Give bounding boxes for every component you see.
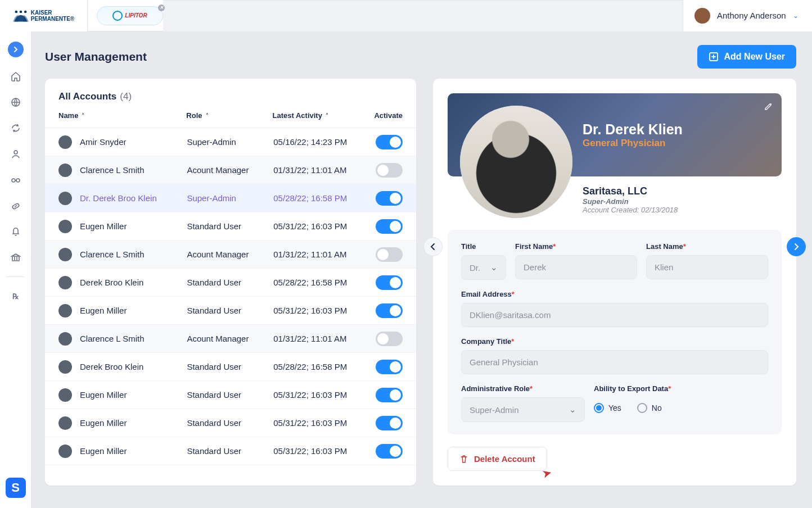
created-label: Account Created: 02/13/2018 xyxy=(583,206,782,214)
delete-label: Delete Account xyxy=(474,454,535,464)
table-row[interactable]: Amir SnyderSuper-Admin05/16/22; 14:23 PM xyxy=(45,128,416,156)
table-row[interactable]: Derek Broo KleinStandard User05/28/22; 1… xyxy=(45,269,416,297)
cell-name: Eugen Miller xyxy=(58,220,187,233)
cell-activity: 05/31/22; 16:03 PM xyxy=(273,446,376,456)
bell-icon[interactable] xyxy=(9,225,22,238)
activate-toggle[interactable] xyxy=(376,332,403,346)
cell-activity: 05/31/22; 16:03 PM xyxy=(273,418,376,428)
cell-name: Eugen Miller xyxy=(58,416,187,430)
cell-name: Clarence L Smith xyxy=(58,332,187,346)
activate-toggle[interactable] xyxy=(376,303,403,318)
accounts-table: All Accounts(4) Name˄ Role˄ Latest Activ… xyxy=(45,79,416,486)
svg-point-2 xyxy=(24,10,27,13)
table-row[interactable]: Eugen MillerStandard User05/31/22; 16:03… xyxy=(45,381,416,409)
cell-role: Standard User xyxy=(187,306,273,315)
cell-toggle xyxy=(376,219,403,234)
bank-icon[interactable] xyxy=(9,251,22,264)
table-row[interactable]: Eugen MillerStandard User05/31/22; 16:03… xyxy=(45,212,416,241)
profile-form: Title Dr. ⌄ First Name* Derek Last Name* xyxy=(448,230,782,434)
home-icon[interactable] xyxy=(9,70,22,83)
sync-icon[interactable] xyxy=(9,121,22,135)
row-avatar xyxy=(58,135,72,149)
col-role[interactable]: Role˄ xyxy=(186,111,272,120)
table-row[interactable]: Dr. Derek Broo KleinSuper-Admin05/28/22;… xyxy=(45,184,416,212)
title-select[interactable]: Dr. ⌄ xyxy=(461,255,506,280)
activate-toggle[interactable] xyxy=(376,191,403,206)
user-detail-card: Dr. Derek Klien General Physician Sarita… xyxy=(433,79,796,486)
export-no-radio[interactable]: No xyxy=(637,403,662,413)
activate-toggle[interactable] xyxy=(376,388,403,402)
activate-toggle[interactable] xyxy=(376,135,403,149)
globe-icon[interactable] xyxy=(9,96,22,109)
company-name: Saritasa, LLC xyxy=(583,185,782,197)
activate-toggle[interactable] xyxy=(376,416,403,430)
col-name[interactable]: Name˄ xyxy=(58,111,186,120)
lipitor-badge[interactable]: LIPITOR ✕ xyxy=(97,6,163,25)
sidebar-toggle[interactable] xyxy=(8,42,24,57)
row-avatar xyxy=(58,164,72,177)
activate-toggle[interactable] xyxy=(376,444,403,459)
activate-toggle[interactable] xyxy=(376,275,403,290)
brand-logo[interactable]: KAISERPERMANENTE® xyxy=(0,0,88,31)
plus-icon xyxy=(709,52,719,62)
prev-button[interactable] xyxy=(423,237,443,256)
export-yes-radio[interactable]: Yes xyxy=(594,403,621,413)
cell-role: Standard User xyxy=(187,446,273,456)
cell-activity: 01/31/22; 11:01 AM xyxy=(273,334,376,343)
bottom-badge[interactable]: S xyxy=(6,478,26,498)
cell-role: Standard User xyxy=(187,278,273,287)
add-new-user-button[interactable]: Add New User xyxy=(697,45,796,69)
chevron-down-icon: ⌄ xyxy=(490,262,498,273)
firstname-input[interactable]: Derek xyxy=(515,255,637,279)
table-row[interactable]: Derek Broo KleinStandard User05/28/22; 1… xyxy=(45,353,416,381)
table-row[interactable]: Clarence L SmithAcount Manager01/31/22; … xyxy=(45,156,416,184)
title-label: Title xyxy=(461,242,506,251)
cell-toggle xyxy=(376,303,403,318)
table-row[interactable]: Clarence L SmithAcount Manager01/31/22; … xyxy=(45,325,416,353)
admin-role-label: Administrative Role* xyxy=(461,384,585,393)
cell-toggle xyxy=(376,247,403,262)
row-avatar xyxy=(58,360,72,374)
activate-toggle[interactable] xyxy=(376,360,403,374)
edit-icon[interactable] xyxy=(764,101,774,111)
table-row[interactable]: Eugen MillerStandard User05/31/22; 16:03… xyxy=(45,297,416,325)
cell-activity: 01/31/22; 11:01 AM xyxy=(273,165,376,175)
admin-role-select[interactable]: Super-Admin ⌄ xyxy=(461,397,585,422)
col-activate: Activate xyxy=(374,111,403,120)
role-label: Super-Admin xyxy=(583,197,782,206)
row-avatar xyxy=(58,304,72,318)
profile-subtitle: General Physician xyxy=(583,138,768,149)
cell-toggle xyxy=(376,360,403,374)
delete-account-button[interactable]: Delete Account ➤ xyxy=(448,447,547,471)
rx-icon[interactable]: ℞ xyxy=(9,289,22,303)
table-row[interactable]: Eugen MillerStandard User05/31/22; 16:03… xyxy=(45,437,416,465)
col-activity[interactable]: Latest Activity˄ xyxy=(273,111,375,120)
company-title-input[interactable]: General Physician xyxy=(461,350,768,374)
user-group-icon[interactable] xyxy=(9,147,22,161)
topbar-spacer xyxy=(163,0,683,31)
pill-icon[interactable] xyxy=(9,199,22,212)
cell-activity: 05/31/22; 16:03 PM xyxy=(273,390,376,400)
next-button[interactable] xyxy=(787,237,806,256)
activate-toggle[interactable] xyxy=(376,219,403,234)
cell-toggle xyxy=(376,191,403,206)
topbar: KAISERPERMANENTE® LIPITOR ✕ Anthony Ande… xyxy=(0,0,812,31)
table-row[interactable]: Eugen MillerStandard User05/31/22; 16:03… xyxy=(45,409,416,437)
lastname-input[interactable]: Klien xyxy=(646,255,768,279)
svg-point-4 xyxy=(14,151,17,154)
svg-point-6 xyxy=(16,179,20,182)
activate-toggle[interactable] xyxy=(376,163,403,178)
email-input[interactable]: DKlien@saritasa.com xyxy=(461,303,768,327)
cell-toggle xyxy=(376,444,403,459)
close-icon[interactable]: ✕ xyxy=(158,4,165,11)
table-row[interactable]: Clarence L SmithAcount Manager01/31/22; … xyxy=(45,241,416,269)
cell-role: Super-Admin xyxy=(187,193,273,203)
glasses-icon[interactable] xyxy=(9,173,22,187)
profile-meta: Saritasa, LLC Super-Admin Account Create… xyxy=(583,185,782,214)
activate-toggle[interactable] xyxy=(376,247,403,262)
svg-point-1 xyxy=(19,10,22,13)
kaiser-icon xyxy=(13,8,29,24)
sidebar: ℞ S xyxy=(0,31,31,508)
cell-toggle xyxy=(376,416,403,430)
user-menu[interactable]: Anthony Anderson ⌄ xyxy=(683,0,812,31)
